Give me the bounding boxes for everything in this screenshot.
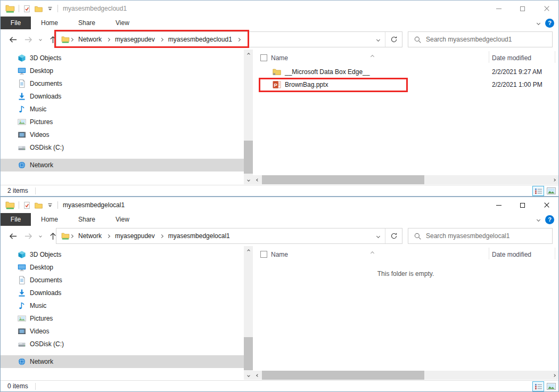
sidebar-item-pictures[interactable]: Pictures [1,312,244,325]
recent-locations-icon[interactable] [36,226,45,246]
chevron-right-icon[interactable] [106,38,110,41]
horizontal-scrollbar[interactable] [253,371,558,380]
horizontal-scrollbar[interactable] [253,175,558,184]
chevron-right-icon[interactable] [160,235,163,238]
scrollbar-thumb[interactable] [244,337,253,370]
select-all-checkbox[interactable] [260,251,267,258]
sidebar-item-music[interactable]: Music [1,299,244,312]
tab-share[interactable]: Share [68,17,105,29]
tab-view[interactable]: View [105,213,139,226]
file-row-brownbag-pptx[interactable]: BrownBag.pptx 2/2/2021 1:00 PM [253,78,558,91]
sidebar-item-downloads[interactable]: Downloads [1,90,244,103]
scroll-left-icon[interactable] [253,175,262,184]
scrollbar-thumb[interactable] [262,371,424,380]
thumbnails-view-button[interactable] [545,186,557,196]
sidebar-item-desktop[interactable]: Desktop [1,64,244,77]
scroll-left-icon[interactable] [253,371,262,380]
breadcrumb-item-network[interactable]: Network [73,232,106,240]
refresh-icon[interactable] [385,32,402,47]
sidebar-item-documents[interactable]: Documents [1,77,244,90]
sidebar-item-network[interactable]: Network [1,355,244,368]
file-name[interactable]: BrownBag.pptx [285,81,328,88]
column-divider[interactable] [555,51,555,63]
scroll-right-icon[interactable] [549,175,558,184]
breadcrumb-item-share[interactable]: myasesmbedgelocal1 [163,232,235,240]
sidebar-scrollbar[interactable] [244,246,253,380]
column-header-date-modified[interactable]: Date modified [492,54,531,62]
address-dropdown-icon[interactable] [371,32,385,47]
sidebar-item-documents[interactable]: Documents [1,274,244,287]
breadcrumb-item-server[interactable]: myasegpudev [110,232,160,240]
search-input[interactable] [426,228,552,243]
forward-button[interactable] [21,226,36,246]
forward-button[interactable] [21,29,36,50]
back-button[interactable] [5,29,21,50]
tab-share[interactable]: Share [68,213,105,226]
new-folder-icon[interactable] [35,5,43,12]
sidebar-item-pictures[interactable]: Pictures [1,116,244,128]
details-view-button[interactable] [532,186,544,196]
scroll-up-icon[interactable] [244,50,253,59]
scrollbar-thumb[interactable] [244,141,253,174]
address-bar[interactable]: Network myasegpudev myasesmbedgelocal1 [56,228,402,244]
tab-file[interactable]: File [1,213,31,226]
expand-ribbon-icon[interactable] [537,217,540,221]
sidebar-item-3d-objects[interactable]: 3D Objects [1,52,244,64]
tab-view[interactable]: View [105,17,139,29]
refresh-icon[interactable] [385,228,402,243]
details-view-button[interactable] [532,381,544,391]
chevron-right-icon[interactable] [237,38,241,41]
maximize-button[interactable] [511,197,535,213]
close-button[interactable] [535,1,558,17]
column-divider[interactable] [489,51,489,63]
customize-toolbar-icon[interactable] [46,201,54,209]
scroll-right-icon[interactable] [549,371,558,380]
expand-ribbon-icon[interactable] [537,21,540,24]
recent-locations-icon[interactable] [36,29,45,50]
column-divider[interactable] [489,248,489,259]
column-divider[interactable] [555,248,555,259]
sidebar-item-downloads[interactable]: Downloads [1,287,244,299]
sidebar-item-desktop[interactable]: Desktop [1,261,244,274]
sidebar-item-videos[interactable]: Videos [1,325,244,338]
back-button[interactable] [5,226,21,246]
breadcrumb-item-server[interactable]: myasegpudev [110,36,160,43]
help-icon[interactable] [545,19,554,28]
column-header-name[interactable]: Name [271,251,288,258]
search-input[interactable] [426,32,552,47]
scroll-up-icon[interactable] [244,246,253,255]
select-all-checkbox[interactable] [260,54,267,61]
minimize-button[interactable] [487,197,511,213]
sidebar-item-osdisk[interactable]: OSDisk (C:) [1,338,244,350]
address-dropdown-icon[interactable] [371,228,385,243]
sort-ascending-icon[interactable] [371,249,374,256]
tab-home[interactable]: Home [31,17,68,29]
thumbnails-view-button[interactable] [545,381,557,391]
sidebar-item-music[interactable]: Music [1,103,244,116]
tab-home[interactable]: Home [31,213,68,226]
maximize-button[interactable] [511,1,535,17]
scrollbar-thumb[interactable] [262,175,424,184]
chevron-right-icon[interactable] [160,38,163,41]
customize-toolbar-icon[interactable] [46,5,54,12]
new-folder-icon[interactable] [35,202,43,209]
properties-icon[interactable] [23,201,31,209]
sidebar-item-network[interactable]: Network [1,159,244,172]
tab-file[interactable]: File [1,17,31,29]
file-row-microsoft-data-box-edge[interactable]: __Microsoft Data Box Edge__ 2/2/2021 9:2… [253,66,558,78]
properties-icon[interactable] [23,5,31,13]
help-icon[interactable] [545,215,554,224]
column-header-name[interactable]: Name [271,54,288,62]
breadcrumb-item-network[interactable]: Network [73,36,106,43]
column-header-date-modified[interactable]: Date modified [492,251,531,258]
minimize-button[interactable] [487,1,511,17]
sidebar-item-videos[interactable]: Videos [1,128,244,141]
address-bar[interactable]: Network myasegpudev myasesmbedgecloud1 [56,31,402,47]
sidebar-item-osdisk[interactable]: OSDisk (C:) [1,141,244,154]
close-button[interactable] [535,197,558,213]
breadcrumb-item-share[interactable]: myasesmbedgecloud1 [163,36,237,43]
search-box[interactable] [408,228,553,244]
scroll-down-icon[interactable] [244,175,253,184]
scroll-down-icon[interactable] [244,371,253,380]
sidebar-scrollbar[interactable] [244,50,253,184]
